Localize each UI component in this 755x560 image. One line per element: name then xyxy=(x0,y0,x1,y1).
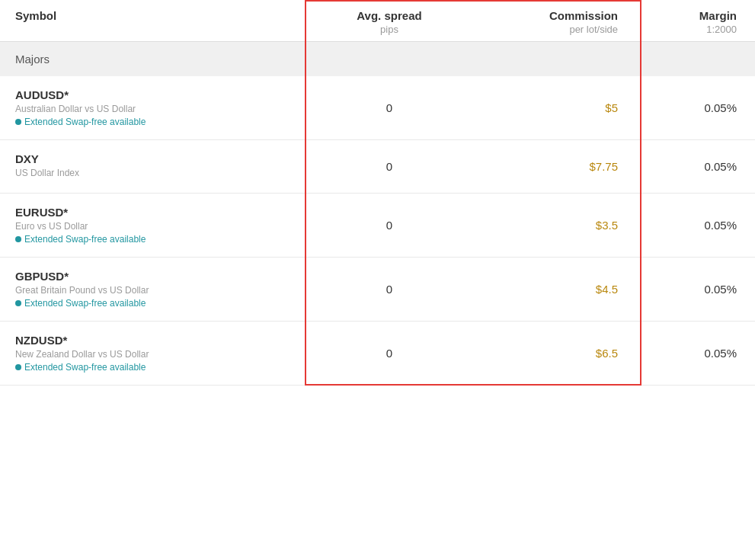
avg-spread-header-label: Avg. spread xyxy=(318,9,461,22)
margin-cell: 0.05% xyxy=(641,219,755,232)
table-row: AUDUSD* Australian Dollar vs US Dollar E… xyxy=(0,76,755,140)
margin-value-label: 1:2000 xyxy=(653,24,737,35)
commission-header: Commission per lot/side xyxy=(473,9,641,35)
commission-cell: $3.5 xyxy=(473,219,641,232)
symbol-description: New Zealand Dollar vs US Dollar xyxy=(15,349,306,360)
symbol-name: NZDUSD* xyxy=(15,334,306,347)
swap-free-label: Extended Swap-free available xyxy=(15,362,306,373)
swap-free-dot xyxy=(15,236,21,242)
symbol-cell: GBPUSD* Great Britain Pound vs US Dollar… xyxy=(0,270,306,309)
symbol-name: DXY xyxy=(15,152,306,165)
spread-cell: 0 xyxy=(306,219,473,232)
spread-cell: 0 xyxy=(306,283,473,296)
swap-free-label: Extended Swap-free available xyxy=(15,234,306,245)
margin-cell: 0.05% xyxy=(641,160,755,173)
symbol-cell: DXY US Dollar Index xyxy=(0,152,306,181)
table-row: DXY US Dollar Index 0 $7.75 0.05% xyxy=(0,140,755,194)
spread-cell: 0 xyxy=(306,101,473,114)
table-row: GBPUSD* Great Britain Pound vs US Dollar… xyxy=(0,258,755,322)
swap-free-label: Extended Swap-free available xyxy=(15,298,306,309)
margin-header-label: Margin xyxy=(653,9,737,22)
swap-free-dot xyxy=(15,119,21,125)
commission-cell: $5 xyxy=(473,101,641,114)
symbol-name: AUDUSD* xyxy=(15,88,306,101)
swap-free-label: Extended Swap-free available xyxy=(15,117,306,127)
symbol-header: Symbol xyxy=(0,9,306,35)
commission-cell: $7.75 xyxy=(473,160,641,173)
swap-free-dot xyxy=(15,300,21,306)
spread-cell: 0 xyxy=(306,347,473,360)
symbol-header-label: Symbol xyxy=(15,9,56,22)
rows-container: AUDUSD* Australian Dollar vs US Dollar E… xyxy=(0,76,755,386)
symbol-description: Great Britain Pound vs US Dollar xyxy=(15,285,306,296)
avg-spread-sub-label: pips xyxy=(318,24,461,35)
commission-cell: $6.5 xyxy=(473,347,641,360)
swap-free-dot xyxy=(15,364,21,370)
table-row: EURUSD* Euro vs US Dollar Extended Swap-… xyxy=(0,194,755,258)
commission-cell: $4.5 xyxy=(473,283,641,296)
symbol-description: US Dollar Index xyxy=(15,168,306,178)
spread-cell: 0 xyxy=(306,160,473,173)
margin-cell: 0.05% xyxy=(641,347,755,360)
symbol-cell: AUDUSD* Australian Dollar vs US Dollar E… xyxy=(0,88,306,127)
table-header: Symbol Avg. spread pips Commission per l… xyxy=(0,0,755,42)
commission-header-label: Commission xyxy=(485,9,618,22)
avg-spread-header: Avg. spread pips xyxy=(306,9,473,35)
commission-sub-label: per lot/side xyxy=(485,24,618,35)
symbol-description: Euro vs US Dollar xyxy=(15,221,306,232)
symbol-description: Australian Dollar vs US Dollar xyxy=(15,104,306,114)
section-label: Majors xyxy=(0,53,306,66)
symbol-name: GBPUSD* xyxy=(15,270,306,283)
margin-header: Margin 1:2000 xyxy=(641,9,755,35)
symbol-name: EURUSD* xyxy=(15,206,306,219)
symbol-cell: EURUSD* Euro vs US Dollar Extended Swap-… xyxy=(0,206,306,245)
table-row: NZDUSD* New Zealand Dollar vs US Dollar … xyxy=(0,322,755,386)
symbol-cell: NZDUSD* New Zealand Dollar vs US Dollar … xyxy=(0,334,306,373)
margin-cell: 0.05% xyxy=(641,101,755,114)
margin-cell: 0.05% xyxy=(641,283,755,296)
majors-section: Majors xyxy=(0,42,755,76)
main-table: Symbol Avg. spread pips Commission per l… xyxy=(0,0,755,386)
